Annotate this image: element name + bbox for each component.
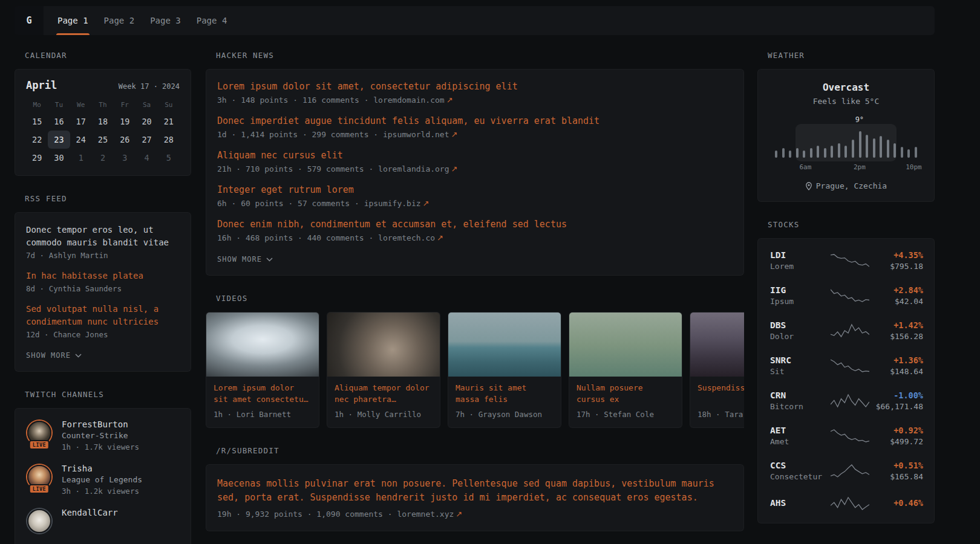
stock-change: +0.92% xyxy=(870,426,923,435)
rss-item-title[interactable]: In hac habitasse platea xyxy=(26,270,180,282)
stock-ticker[interactable]: CRN xyxy=(770,390,829,400)
calendar-day: 27 xyxy=(136,131,157,149)
video-card[interactable]: Aliquam tempor dolor nec pharetra…1h · M… xyxy=(327,312,440,428)
stock-row[interactable]: SNRCSit+1.36%$148.64 xyxy=(770,348,923,383)
stock-row[interactable]: AETAmet+0.92%$499.72 xyxy=(770,418,923,453)
channel-name[interactable]: ForrestBurton xyxy=(62,419,139,429)
hackernews-item-title[interactable]: Integer eget rutrum lorem xyxy=(217,184,733,196)
video-meta: 18h · Tara xyxy=(697,410,744,419)
external-link-icon: ↗ xyxy=(437,233,443,242)
stock-row[interactable]: LDILorem+4.35%$795.18 xyxy=(770,243,923,278)
video-title[interactable]: Aliquam tempor dolor nec pharetra… xyxy=(335,383,433,405)
calendar-dow-label: Su xyxy=(158,97,180,112)
video-card[interactable]: Mauris sit amet massa felis7h · Grayson … xyxy=(448,312,561,428)
stock-sparkline xyxy=(829,393,870,409)
hackernews-item-domain-link[interactable]: ipsumworld.net xyxy=(383,130,449,139)
calendar-day: 28 xyxy=(158,131,180,149)
stock-name: Dolor xyxy=(770,332,829,341)
calendar-day: 20 xyxy=(136,112,157,131)
stock-row[interactable]: IIGIpsum+2.84%$42.04 xyxy=(770,278,923,313)
rss-item-title[interactable]: Sed volutpat nulla nisl, a condimentum n… xyxy=(26,303,180,328)
sparkline-chart xyxy=(831,393,869,409)
channel-viewers: 3h · 1.2k viewers xyxy=(62,487,142,496)
twitch-channel[interactable]: KendallCarr xyxy=(26,508,180,534)
stock-change: +0.51% xyxy=(870,461,923,470)
stock-change: +4.35% xyxy=(870,250,923,260)
video-card-body: Nullam posuere cursus ex17h · Stefan Col… xyxy=(569,377,682,427)
section-title-stocks: STOCKS xyxy=(768,220,935,229)
app-logo[interactable]: G xyxy=(15,6,44,35)
stock-labels: CRNBitcorn xyxy=(770,390,829,411)
tab-page-1[interactable]: Page 1 xyxy=(50,6,96,35)
calendar-day: 24 xyxy=(70,131,92,149)
stock-ticker[interactable]: LDI xyxy=(770,250,829,260)
stock-ticker[interactable]: AHS xyxy=(770,498,829,508)
stock-row[interactable]: DBSDolor+1.42%$156.28 xyxy=(770,313,923,348)
rss-item-title[interactable]: Donec tempor eros leo, ut commodo mauris… xyxy=(26,224,180,249)
hackernews-item-domain-link[interactable]: loremdomain.com xyxy=(373,96,444,105)
video-card[interactable]: Lorem ipsum dolor sit amet consectetu…1h… xyxy=(206,312,319,428)
video-title[interactable]: Suspendisse diam xyxy=(697,383,744,405)
video-card[interactable]: Suspendisse diam18h · Tara xyxy=(690,312,744,428)
show-more-label: SHOW MORE xyxy=(217,255,262,264)
subreddit-widget: /R/SUBREDDIT Maecenas mollis pulvinar er… xyxy=(206,446,744,531)
channel-viewers: 1h · 1.7k viewers xyxy=(62,442,139,452)
hackernews-item-title[interactable]: Lorem ipsum dolor sit amet, consectetur … xyxy=(217,80,733,92)
hackernews-item-domain-link[interactable]: loremlandia.org xyxy=(378,164,449,173)
tab-page-4[interactable]: Page 4 xyxy=(189,6,235,35)
tab-page-2[interactable]: Page 2 xyxy=(96,6,143,35)
rss-item-meta: 12d · Chance Jones xyxy=(26,330,180,339)
dashboard-grid: CALENDAR April Week 17 · 2024 MoTuWeThFr… xyxy=(15,51,980,544)
subreddit-item-title[interactable]: Maecenas mollis pulvinar erat non posuer… xyxy=(217,477,733,505)
hackernews-card: Lorem ipsum dolor sit amet, consectetur … xyxy=(206,69,744,276)
weather-card: Overcast Feels like 5°C 9° 6am2pm10pm Pr… xyxy=(757,69,935,202)
stocks-card: LDILorem+4.35%$795.18IIGIpsum+2.84%$42.0… xyxy=(757,238,935,523)
section-title-rss: RSS FEED xyxy=(25,194,191,203)
tab-page-3[interactable]: Page 3 xyxy=(142,6,189,35)
hackernews-item-title[interactable]: Donec imperdiet augue tincidunt felis al… xyxy=(217,115,733,127)
stock-row[interactable]: AHS+0.46% xyxy=(770,488,923,519)
channel-name[interactable]: KendallCarr xyxy=(62,508,118,517)
video-title[interactable]: Mauris sit amet massa felis xyxy=(456,383,554,405)
subreddit-item-domain-link[interactable]: loremnet.xyz xyxy=(397,510,454,519)
stock-change: +1.42% xyxy=(870,320,923,330)
stock-row[interactable]: CCSConsectetur+0.51%$165.84 xyxy=(770,453,923,488)
hackernews-show-more-button[interactable]: SHOW MORE xyxy=(217,255,273,264)
hackernews-item-title[interactable]: Aliquam nec cursus elit xyxy=(217,149,733,161)
hackernews-item-title[interactable]: Donec enim nibh, condimentum et accumsan… xyxy=(217,218,733,230)
weather-bar xyxy=(782,148,785,158)
rss-item-meta: 8d · Cynthia Saunders xyxy=(26,284,180,293)
external-link-icon: ↗ xyxy=(451,164,458,173)
calendar-day: 30 xyxy=(48,149,70,167)
dashboard-page: G Page 1Page 2Page 3Page 4 CALENDAR Apri… xyxy=(0,0,980,544)
stock-ticker[interactable]: SNRC xyxy=(770,355,829,365)
stock-ticker[interactable]: CCS xyxy=(770,461,829,470)
twitch-channel[interactable]: LIVEForrestBurtonCounter-Strike1h · 1.7k… xyxy=(26,419,180,452)
channel-name[interactable]: Trisha xyxy=(62,464,142,473)
sparkline-chart xyxy=(831,358,869,374)
hackernews-item: Integer eget rutrum lorem6h · 60 points … xyxy=(217,184,733,208)
hackernews-item-domain-link[interactable]: loremtech.co xyxy=(378,233,435,242)
stock-sparkline xyxy=(829,463,870,479)
weather-time-tick: 6am xyxy=(799,163,811,171)
stock-ticker[interactable]: DBS xyxy=(770,320,829,330)
channel-game: Counter-Strike xyxy=(62,431,139,440)
video-card-body: Lorem ipsum dolor sit amet consectetu…1h… xyxy=(206,377,319,427)
stock-row[interactable]: CRNBitcorn-1.00%$66,171.48 xyxy=(770,383,923,418)
video-thumbnail xyxy=(327,312,440,377)
weather-bar xyxy=(907,149,910,158)
video-title[interactable]: Nullam posuere cursus ex xyxy=(577,383,675,405)
video-card[interactable]: Nullam posuere cursus ex17h · Stefan Col… xyxy=(569,312,682,428)
video-title[interactable]: Lorem ipsum dolor sit amet consectetu… xyxy=(214,383,312,405)
stock-values: +4.35%$795.18 xyxy=(870,250,923,271)
stock-name: Bitcorn xyxy=(770,402,829,411)
hackernews-item-domain-link[interactable]: ipsumify.biz xyxy=(364,199,421,208)
twitch-channel-list: LIVEForrestBurtonCounter-Strike1h · 1.7k… xyxy=(26,419,180,534)
external-link-icon: ↗ xyxy=(423,199,430,208)
twitch-channel[interactable]: LIVETrishaLeague of Legends3h · 1.2k vie… xyxy=(26,464,180,496)
video-card-body: Suspendisse diam18h · Tara xyxy=(690,377,744,427)
rss-show-more-button[interactable]: SHOW MORE xyxy=(26,351,82,360)
stock-ticker[interactable]: AET xyxy=(770,426,829,435)
stock-ticker[interactable]: IIG xyxy=(770,285,829,295)
calendar-dow-label: Th xyxy=(92,97,114,112)
